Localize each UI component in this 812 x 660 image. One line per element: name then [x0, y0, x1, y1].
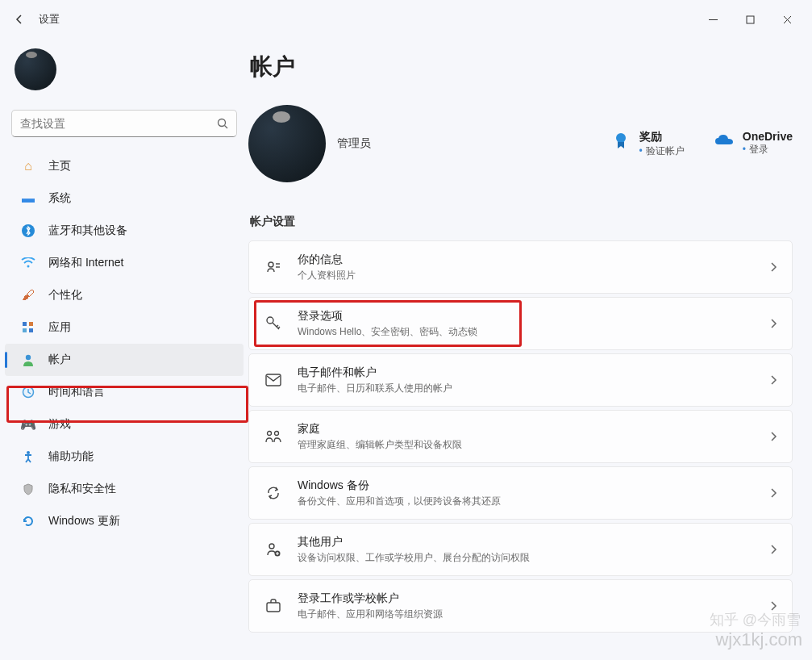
- user-avatar-small[interactable]: [15, 48, 56, 90]
- arrow-left-icon: [13, 13, 26, 26]
- close-icon: [783, 15, 792, 24]
- nav-privacy[interactable]: 隐私和安全性: [5, 473, 244, 505]
- briefcase-icon: [264, 596, 283, 616]
- card-signin-options[interactable]: 登录选项Windows Hello、安全密钥、密码、动态锁: [248, 297, 793, 350]
- minimize-button[interactable]: [694, 6, 731, 32]
- chevron-right-icon: [769, 431, 777, 442]
- nav-update[interactable]: Windows 更新: [5, 505, 244, 537]
- svg-rect-1: [747, 16, 754, 23]
- card-sub: 设备访问权限、工作或学校用户、展台分配的访问权限: [298, 551, 769, 565]
- card-sub: 电子邮件、应用和网络等组织资源: [298, 608, 769, 621]
- chevron-right-icon: [769, 600, 777, 612]
- nav-label: 网络和 Internet: [48, 256, 123, 270]
- svg-point-20: [275, 432, 279, 436]
- search-box[interactable]: [11, 110, 237, 137]
- search-input[interactable]: [20, 117, 217, 130]
- person-add-icon: [264, 540, 283, 559]
- nav-personalization[interactable]: 🖌个性化: [5, 279, 244, 311]
- main-content: 帐户 管理员 奖励 验证帐户 OneDrive 登录: [248, 39, 812, 660]
- cloud-icon: [714, 130, 735, 151]
- close-button[interactable]: [768, 6, 806, 32]
- card-title: Windows 备份: [298, 478, 769, 493]
- tile-title: OneDrive: [743, 130, 793, 143]
- maximize-icon: [746, 15, 755, 24]
- card-title: 你的信息: [298, 253, 769, 267]
- nav-list: ⌂主页 ▬系统 蓝牙和其他设备 网络和 Internet 🖌个性化 应用 帐户 …: [0, 150, 248, 537]
- system-icon: ▬: [19, 190, 37, 207]
- nav-apps[interactable]: 应用: [5, 311, 244, 344]
- minimize-icon: [709, 15, 718, 24]
- card-sub: 备份文件、应用和首选项，以便跨设备将其还原: [298, 495, 769, 508]
- nav-accounts[interactable]: 帐户: [5, 344, 244, 376]
- bluetooth-icon: [19, 222, 37, 240]
- svg-rect-23: [267, 603, 280, 612]
- card-title: 家庭: [298, 422, 769, 437]
- nav-network[interactable]: 网络和 Internet: [5, 247, 244, 279]
- brush-icon: 🖌: [19, 286, 37, 304]
- card-title: 登录工作或学校帐户: [298, 591, 769, 606]
- nav-label: 个性化: [48, 288, 82, 303]
- card-sub: 管理家庭组、编辑帐户类型和设备权限: [298, 438, 769, 452]
- svg-rect-9: [29, 328, 33, 332]
- user-role: 管理员: [337, 136, 371, 151]
- nav-system[interactable]: ▬系统: [5, 182, 244, 215]
- shield-icon: [19, 480, 37, 498]
- svg-point-12: [27, 451, 30, 454]
- svg-rect-7: [29, 322, 33, 326]
- tile-title: 奖励: [639, 130, 685, 144]
- svg-line-3: [225, 126, 228, 129]
- user-avatar-large[interactable]: [248, 105, 326, 182]
- nav-label: 系统: [48, 191, 71, 206]
- account-header: 管理员 奖励 验证帐户 OneDrive 登录: [248, 105, 793, 182]
- person-icon: [19, 351, 37, 369]
- search-icon: [217, 118, 228, 129]
- nav-label: 帐户: [48, 353, 71, 367]
- card-email-accounts[interactable]: 电子邮件和帐户电子邮件、日历和联系人使用的帐户: [248, 353, 793, 407]
- chevron-right-icon: [769, 487, 777, 499]
- card-work-school[interactable]: 登录工作或学校帐户电子邮件、应用和网络等组织资源: [248, 579, 793, 633]
- svg-rect-8: [23, 328, 27, 332]
- svg-point-10: [26, 355, 31, 360]
- section-title: 帐户设置: [250, 215, 793, 229]
- nav-accessibility[interactable]: 辅助功能: [5, 441, 244, 473]
- page-title: 帐户: [250, 52, 793, 82]
- mail-icon: [264, 370, 283, 390]
- nav-label: 隐私和安全性: [48, 482, 116, 496]
- chevron-right-icon: [769, 544, 777, 555]
- chevron-right-icon: [769, 318, 777, 329]
- tile-rewards[interactable]: 奖励 验证帐户: [610, 130, 685, 158]
- card-windows-backup[interactable]: Windows 备份备份文件、应用和首选项，以便跨设备将其还原: [248, 466, 793, 520]
- card-title: 电子邮件和帐户: [298, 366, 769, 380]
- maximize-button[interactable]: [731, 6, 768, 32]
- rewards-icon: [610, 130, 631, 151]
- nav-label: 应用: [48, 320, 71, 335]
- nav-label: 蓝牙和其他设备: [48, 223, 127, 238]
- annotation-highlight-nav: [6, 386, 248, 423]
- card-sub: 个人资料照片: [298, 269, 769, 282]
- svg-point-13: [616, 133, 626, 143]
- svg-rect-6: [23, 322, 27, 326]
- window-title: 设置: [39, 12, 60, 27]
- svg-rect-18: [266, 374, 281, 386]
- nav-label: Windows 更新: [48, 514, 120, 528]
- apps-icon: [19, 319, 37, 336]
- nav-label: 主页: [48, 159, 71, 173]
- sidebar: ⌂主页 ▬系统 蓝牙和其他设备 网络和 Internet 🖌个性化 应用 帐户 …: [0, 39, 248, 660]
- nav-home[interactable]: ⌂主页: [5, 150, 244, 182]
- chevron-right-icon: [769, 374, 777, 386]
- update-icon: [19, 512, 37, 530]
- card-family[interactable]: 家庭管理家庭组、编辑帐户类型和设备权限: [248, 410, 793, 463]
- card-other-users[interactable]: 其他用户设备访问权限、工作或学校用户、展台分配的访问权限: [248, 523, 793, 576]
- annotation-highlight-card: [254, 300, 522, 347]
- wifi-icon: [19, 254, 37, 272]
- tile-onedrive[interactable]: OneDrive 登录: [714, 130, 793, 158]
- window-controls: [694, 6, 806, 32]
- tile-sub: 验证帐户: [639, 144, 685, 158]
- nav-label: 辅助功能: [48, 449, 94, 464]
- tile-sub: 登录: [743, 143, 793, 157]
- nav-bluetooth[interactable]: 蓝牙和其他设备: [5, 215, 244, 247]
- sync-icon: [264, 483, 283, 503]
- accessibility-icon: [19, 448, 37, 466]
- back-button[interactable]: [6, 6, 32, 32]
- card-your-info[interactable]: 你的信息个人资料照片: [248, 240, 793, 294]
